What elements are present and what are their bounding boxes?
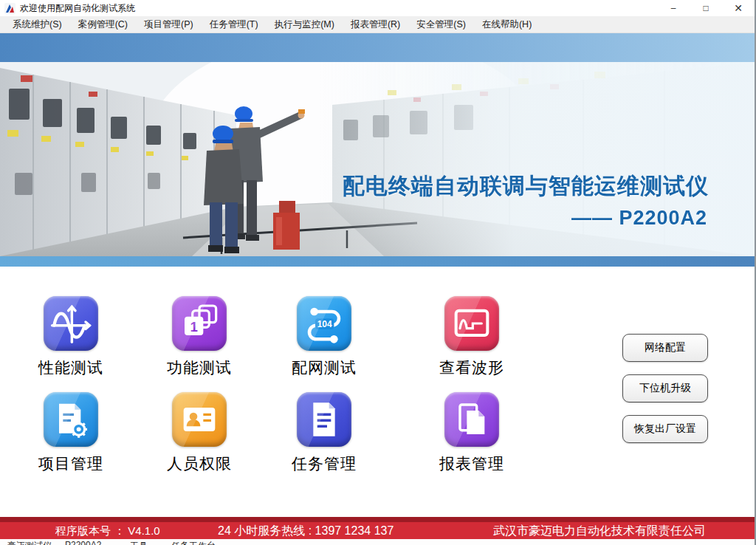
- network-config-button[interactable]: 网络配置: [622, 334, 708, 362]
- close-button[interactable]: ✕: [722, 0, 755, 16]
- status-fragment: 工具: [130, 540, 148, 545]
- banner: 配电终端自动联调与智能运维测试仪 —— P2200A2: [0, 33, 755, 267]
- status-fragment: 豪迈测试仪: [7, 540, 52, 545]
- launcher-label: 任务管理: [265, 453, 383, 474]
- banner-top-strip: [0, 33, 755, 62]
- status-fragment: 任务工作台: [171, 540, 216, 545]
- id-card-icon: [172, 392, 227, 447]
- status-strip-partial: 豪迈测试仪 P2200A2 工具 任务工作台: [0, 539, 755, 545]
- launcher-label: 报表管理: [413, 453, 531, 474]
- launcher-performance-test[interactable]: 性能测试: [12, 296, 130, 378]
- banner-photo: 配电终端自动联调与智能运维测试仪 —— P2200A2: [0, 62, 755, 256]
- document-gear-icon: [44, 392, 98, 447]
- menu-system-maintenance[interactable]: 系统维护(S): [6, 16, 69, 33]
- menu-security-management[interactable]: 安全管理(S): [410, 16, 472, 33]
- menu-task-management[interactable]: 任务管理(T): [203, 16, 265, 33]
- factory-reset-button[interactable]: 恢复出厂设置: [622, 415, 708, 443]
- launcher-personnel-permissions[interactable]: 人员权限: [140, 392, 258, 474]
- launcher-area: 性能测试 1 功能测试 104: [0, 267, 755, 518]
- oscilloscope-icon: [444, 296, 499, 351]
- menu-report-management[interactable]: 报表管理(R): [344, 16, 407, 33]
- program-version: 程序版本号 ： V4.1.0: [55, 524, 160, 538]
- menu-online-help[interactable]: 在线帮助(H): [475, 16, 538, 33]
- launcher-label: 查看波形: [413, 357, 531, 378]
- banner-bottom-strip: [0, 256, 755, 267]
- window-title: 欢迎使用配网自动化测试系统: [20, 2, 135, 15]
- report-pages-icon: [444, 392, 499, 447]
- footer-dark-strip: [0, 517, 755, 522]
- protocol-104-icon: 104: [297, 296, 351, 351]
- status-fragment: P2200A2: [65, 540, 101, 545]
- banner-product-title: 配电终端自动联调与智能运维测试仪: [343, 171, 709, 202]
- launcher-label: 性能测试: [12, 357, 130, 378]
- launcher-project-management[interactable]: 项目管理: [12, 392, 130, 474]
- title-bar: 欢迎使用配网自动化测试系统 – □ ✕: [0, 0, 755, 16]
- banner-product-model: —— P2200A2: [571, 207, 707, 230]
- device-upgrade-button[interactable]: 下位机升级: [622, 374, 708, 402]
- svg-text:104: 104: [317, 319, 332, 329]
- menu-project-management[interactable]: 项目管理(P): [137, 16, 200, 33]
- menu-bar: 系统维护(S) 案例管理(C) 项目管理(P) 任务管理(T) 执行与监控(M)…: [0, 16, 755, 33]
- launcher-label: 项目管理: [12, 453, 130, 474]
- launcher-view-waveform[interactable]: 查看波形: [413, 296, 531, 378]
- launcher-report-management[interactable]: 报表管理: [413, 392, 531, 474]
- launcher-label: 人员权限: [140, 453, 258, 474]
- maximize-button[interactable]: □: [690, 0, 722, 16]
- service-hotline: 24 小时服务热线 : 1397 1234 137: [218, 524, 394, 539]
- app-logo-icon: [4, 3, 16, 14]
- svg-text:1: 1: [190, 319, 197, 335]
- menu-case-management[interactable]: 案例管理(C): [72, 16, 134, 33]
- minimize-button[interactable]: –: [657, 0, 690, 16]
- stacked-cards-icon: 1: [172, 296, 227, 351]
- launcher-label: 功能测试: [140, 357, 258, 378]
- launcher-task-management[interactable]: 任务管理: [265, 392, 383, 474]
- sine-wave-icon: [44, 296, 98, 351]
- launcher-label: 配网测试: [265, 357, 383, 378]
- menu-execution-monitor[interactable]: 执行与监控(M): [268, 16, 341, 33]
- footer-bar: 程序版本号 ： V4.1.0 24 小时服务热线 : 1397 1234 137…: [0, 517, 755, 539]
- launcher-function-test[interactable]: 1 功能测试: [140, 296, 258, 378]
- launcher-distribution-network-test[interactable]: 104 配网测试: [265, 296, 383, 378]
- document-lines-icon: [297, 392, 351, 447]
- company-name: 武汉市豪迈电力自动化技术有限责任公司: [493, 524, 706, 539]
- app-window: 欢迎使用配网自动化测试系统 – □ ✕ 系统维护(S) 案例管理(C) 项目管理…: [0, 0, 756, 545]
